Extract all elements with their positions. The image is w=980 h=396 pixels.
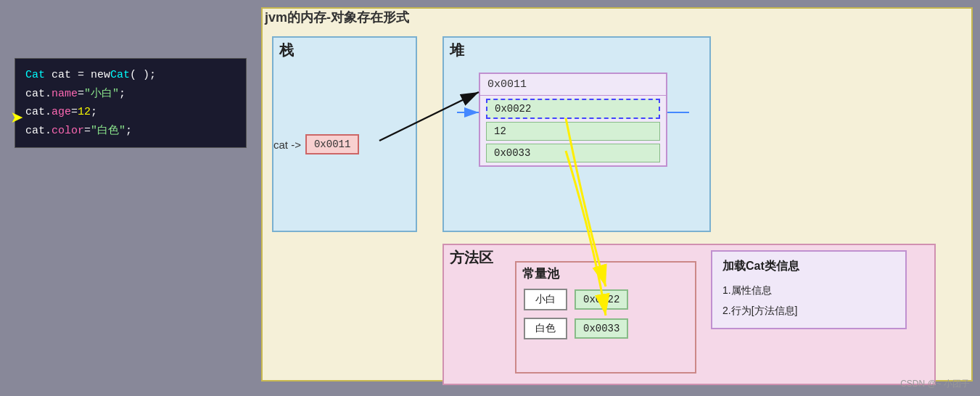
keyword-cat: Cat [25,66,45,85]
pool-label: 常量池 [516,263,695,285]
pool-val-1: 小白 [524,289,567,310]
main-container: Cat cat = new Cat ( ); cat.name = "小白"; … [0,0,980,396]
diagram-title: jvm的内存-对象存在形式 [265,9,409,26]
watermark: CSDN @~ 小团子 [900,378,970,390]
pool-row-2: 白色 0x0033 [516,314,695,343]
pool-val-2: 白色 [524,318,567,339]
code-block: Cat cat = new Cat ( ); cat.name = "小白"; … [15,58,247,148]
code-line-2: cat.name = "小白"; [25,85,236,104]
heap-object-box: 0x0011 0x0022 12 0x0033 [479,73,667,167]
code-line-1: Cat cat = new Cat ( ); [25,66,236,85]
heap-row-3: 0x0033 [486,144,660,162]
pool-row-1: 小白 0x0022 [516,285,695,314]
code-arrow-icon: ➤ [10,108,23,127]
cat-info-item-1: 1.属性信息 [722,280,895,300]
code-text-1: cat = new [52,66,110,85]
cat-info-item-2: 2.行为[方法信息] [722,300,895,321]
pool-addr-1: 0x0022 [575,289,628,310]
heap-label: 堆 [444,38,709,63]
heap-addr: 0x0011 [480,74,666,96]
code-line-4: cat. color = "白色"; [25,122,236,141]
constant-pool: 常量池 小白 0x0022 白色 0x0033 [515,261,696,374]
cat-ref: cat -> 0x0011 [273,134,359,154]
pool-addr-2: 0x0033 [575,318,628,339]
page: { "title": "jvm的内存-对象存在形式", "code": { "l… [0,0,980,396]
heap-row-1: 0x0022 [486,99,660,119]
stack-label: 栈 [273,38,416,63]
keyword-cat2: Cat [110,66,130,85]
code-line-3: cat.age = 12; [25,103,236,122]
cat-ref-value: 0x0011 [305,134,359,154]
cat-info-box: 加载Cat类信息 1.属性信息 2.行为[方法信息] [711,250,907,329]
heap-row-2: 12 [486,122,660,141]
cat-info-title: 加载Cat类信息 [722,259,895,274]
cat-ref-label: cat -> [273,139,301,151]
